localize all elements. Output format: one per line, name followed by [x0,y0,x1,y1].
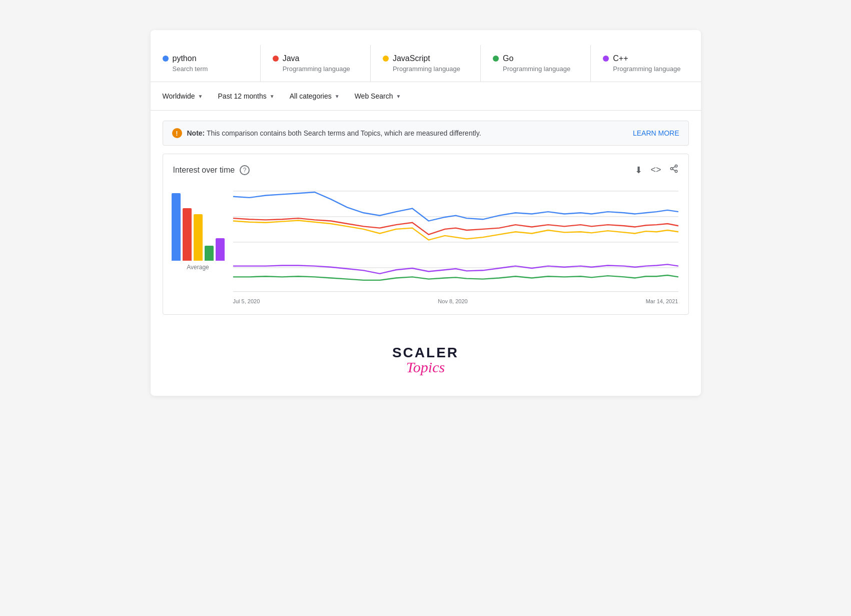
term-item[interactable]: python Search term [151,45,261,82]
term-label: Go [493,54,578,63]
term-label: C++ [603,54,688,63]
term-label: python [163,54,248,63]
term-item[interactable]: JavaScript Programming language [371,45,481,82]
time-filter[interactable]: Past 12 months ▼ [218,89,282,103]
x-axis-label: Nov 8, 2020 [438,298,467,304]
note-content: ! Note: This comparison contains both Se… [172,128,481,138]
time-chevron: ▼ [270,94,275,99]
chart-body: Average 100 75 50 25 [173,186,678,304]
term-dot [163,56,169,62]
svg-point-1 [670,168,673,170]
help-icon[interactable]: ? [240,165,250,175]
x-axis-label: Jul 5, 2020 [233,298,260,304]
search-type-filter[interactable]: Web Search ▼ [355,89,408,103]
logo-topics: Topics [406,359,445,376]
term-item[interactable]: C++ Programming language [591,45,700,82]
term-type: Programming language [603,65,688,73]
chart-title: Interest over time [173,166,235,175]
avg-label: Average [187,264,209,271]
category-label: All categories [290,92,332,100]
term-dot [493,56,499,62]
term-dot [383,56,389,62]
embed-button[interactable]: <> [650,165,661,175]
term-name: Java [283,54,300,63]
region-chevron: ▼ [198,94,203,99]
region-filter[interactable]: Worldwide ▼ [163,89,210,103]
chart-section: Interest over time ? ⬇ <> A [163,154,689,315]
time-label: Past 12 months [218,92,267,100]
term-label: JavaScript [383,54,468,63]
bar [205,246,214,261]
category-chevron: ▼ [335,94,340,99]
svg-point-0 [675,165,677,168]
logo-section: SCALER Topics [151,345,701,376]
term-item[interactable]: Go Programming language [481,45,591,82]
bar [194,214,203,261]
svg-line-4 [672,167,675,168]
bar [216,238,225,261]
terms-bar: python Search term Java Programming lang… [151,45,701,82]
term-type: Programming language [273,65,358,73]
note-text: Note: This comparison contains both Sear… [187,129,481,137]
term-name: JavaScript [393,54,430,63]
note-banner: ! Note: This comparison contains both Se… [163,121,689,146]
search-chevron: ▼ [396,94,401,99]
svg-line-3 [672,169,675,171]
x-axis-labels: Jul 5, 2020Nov 8, 2020Mar 14, 2021 [233,296,678,304]
term-dot [603,56,609,62]
bar-chart: Average [173,186,223,304]
learn-more-link[interactable]: LEARN MORE [633,129,679,137]
filters-bar: Worldwide ▼ Past 12 months ▼ All categor… [151,82,701,111]
chart-actions: ⬇ <> [635,164,678,176]
term-item[interactable]: Java Programming language [261,45,371,82]
note-icon: ! [172,128,182,138]
region-label: Worldwide [163,92,195,100]
term-name: C++ [613,54,628,63]
search-type-label: Web Search [355,92,393,100]
bars-container [172,186,225,261]
bar [172,193,181,261]
x-axis-label: Mar 14, 2021 [646,298,678,304]
chart-header: Interest over time ? ⬇ <> [173,164,678,176]
term-label: Java [273,54,358,63]
note-bold: Note: [187,129,205,137]
term-type: Programming language [493,65,578,73]
download-button[interactable]: ⬇ [635,165,642,176]
term-type: Search term [163,65,248,73]
share-button[interactable] [669,164,678,176]
line-chart-area: 100 75 50 25 Jul 5 [233,186,678,304]
term-type: Programming language [383,65,468,73]
line-chart-svg: 100 75 50 25 [233,186,678,294]
chart-title-row: Interest over time ? [173,165,250,175]
bar [183,208,192,261]
note-body: This comparison contains both Search ter… [205,129,481,137]
term-name: Go [503,54,513,63]
category-filter[interactable]: All categories ▼ [290,89,347,103]
main-container: python Search term Java Programming lang… [151,30,701,396]
svg-point-2 [675,170,677,173]
term-name: python [173,54,197,63]
term-dot [273,56,279,62]
